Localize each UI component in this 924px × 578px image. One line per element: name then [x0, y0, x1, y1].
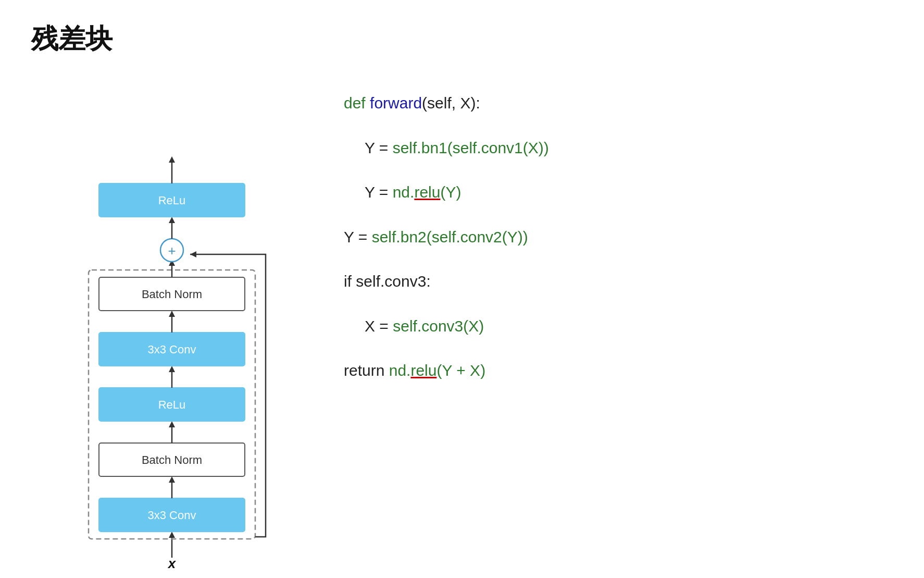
code-line-2: Y = self.bn1(self.conv1(X))	[365, 133, 893, 163]
diagram-container: x 3x3 Conv Batch Norm ReLu 3	[52, 78, 302, 578]
code-x-expr: self.conv3(X)	[393, 317, 484, 335]
conv1-label: 3x3 Conv	[148, 509, 196, 522]
code-line-3: Y = nd.relu(Y)	[365, 178, 893, 207]
code-panel: def forward(self, X): Y = self.bn1(self.…	[344, 78, 893, 385]
code-relu-arg-1: (Y)	[440, 183, 461, 201]
batchnorm1-label: Batch Norm	[142, 453, 202, 466]
code-y1-assign: Y =	[365, 139, 393, 156]
code-return: return	[344, 362, 389, 379]
architecture-diagram: x 3x3 Conv Batch Norm ReLu 3	[52, 78, 292, 578]
code-line-1: def forward(self, X):	[344, 89, 893, 118]
code-nd-relu-1: nd.	[393, 183, 415, 201]
page-title: 残差块	[31, 21, 893, 57]
code-y3-expr: self.bn2(self.conv2(Y))	[372, 228, 528, 245]
plus-symbol: +	[168, 243, 176, 259]
code-y3-assign: Y =	[344, 228, 372, 245]
code-nd-relu-2: nd.	[389, 362, 411, 379]
code-relu-underline-1: relu	[414, 183, 440, 201]
code-line-5: if self.conv3:	[344, 267, 893, 296]
conv2-label: 3x3 Conv	[148, 343, 196, 356]
code-if: if self.conv3:	[344, 273, 431, 290]
code-relu-underline-2: relu	[410, 362, 436, 379]
code-x-assign: X =	[365, 317, 393, 335]
func-params: (self, X):	[422, 94, 480, 112]
code-line-7: return nd.relu(Y + X)	[344, 356, 893, 385]
input-x-label: x	[167, 556, 177, 571]
code-line-6: X = self.conv3(X)	[365, 312, 893, 341]
code-y2-assign: Y =	[365, 183, 393, 201]
relu-mid-label: ReLu	[158, 398, 186, 411]
code-y1-expr: self.bn1(self.conv1(X))	[393, 139, 549, 156]
code-return-arg: (Y + X)	[436, 362, 485, 379]
keyword-def: def	[344, 94, 370, 112]
code-line-4: Y = self.bn2(self.conv2(Y))	[344, 223, 893, 252]
content-area: x 3x3 Conv Batch Norm ReLu 3	[31, 78, 893, 578]
relu-top-label: ReLu	[158, 194, 186, 207]
batchnorm2-label: Batch Norm	[142, 288, 202, 301]
func-name: forward	[370, 94, 422, 112]
